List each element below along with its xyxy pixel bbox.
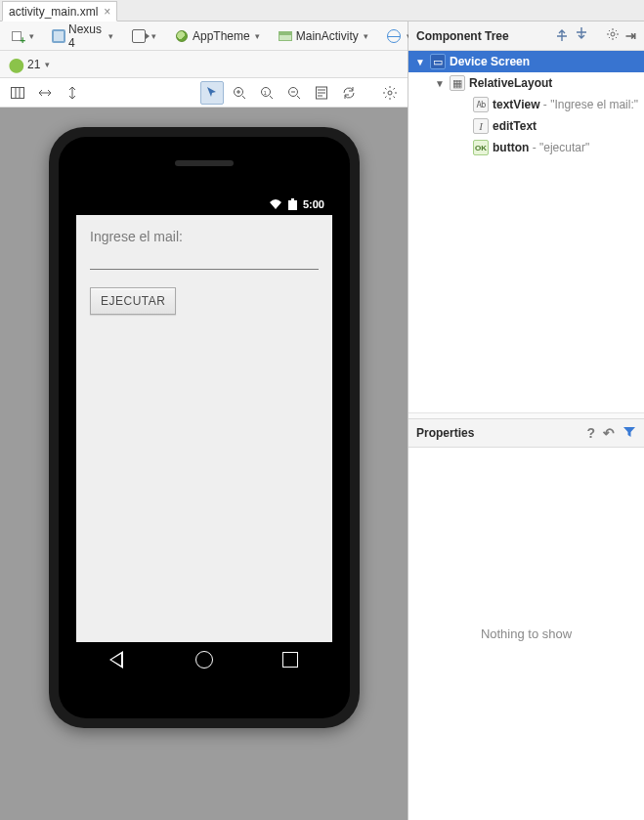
svg-point-9 [611,32,615,36]
layout-icon: ▦ [450,75,465,91]
svg-point-6 [388,91,392,95]
undo-icon[interactable]: ↶ [603,425,615,441]
theme-icon [176,30,188,42]
component-tree: ▼ ▭ Device Screen ▼ ▦ RelativeLayout Ab … [408,51,644,412]
activity-selector[interactable]: MainActivity [273,24,373,48]
tree-label: button [493,141,529,154]
properties-empty-label: Nothing to show [481,626,572,641]
textview-icon: Ab [473,97,489,112]
hide-panel-icon[interactable]: ⇥ [625,28,636,43]
orientation-selector[interactable] [126,24,161,48]
svg-rect-0 [12,87,24,98]
properties-header: Properties ? ↶ [408,418,644,448]
nav-recents-icon [282,652,298,668]
design-view-tools: 1 [0,78,408,108]
globe-icon [387,29,401,43]
theme-selector[interactable]: AppTheme [169,24,265,48]
expand-toggle-icon[interactable]: ▼ [434,78,446,89]
component-tree-header: Component Tree ⇥ [408,22,644,51]
tree-label: editText [493,119,537,133]
tree-hint: - "ejecutar" [529,141,589,154]
device-icon: ▭ [430,54,446,69]
api-label: 21 [27,58,40,71]
android-icon: ⬤ [9,57,24,72]
viewport-mode-button[interactable] [6,81,29,105]
device-speaker [175,160,234,166]
tree-node-relativelayout[interactable]: ▼ ▦ RelativeLayout [408,72,644,94]
phone-icon [52,29,65,43]
design-canvas[interactable]: 5:00 Ingrese el mail: EJECUTAR [0,108,408,820]
device-navbar [76,642,332,677]
device-label: Nexus 4 [68,22,104,50]
properties-title: Properties [416,426,474,440]
refresh-button[interactable] [337,81,361,105]
properties-body: Nothing to show [408,448,644,820]
expand-vert-button[interactable] [61,81,84,105]
zoom-out-button[interactable] [282,81,306,105]
help-icon[interactable]: ? [586,425,595,441]
tree-label: Device Screen [450,55,530,68]
battery-icon [288,198,297,210]
tree-label: textView [493,98,539,111]
tree-node-textview[interactable]: Ab textView - "Ingrese el mail:" [408,94,644,115]
button-icon: OK [473,140,489,155]
activity-icon [279,31,292,41]
file-tab-label: activity_main.xml [9,5,98,19]
device-selector[interactable]: Nexus 4 [47,24,118,48]
theme-label: AppTheme [193,29,250,43]
layout-preview-button[interactable] [310,81,333,105]
edittext-preview[interactable] [90,248,319,270]
app-content: Ingrese el mail: EJECUTAR [76,215,332,642]
design-config-toolbar: Nexus 4 AppTheme MainActivity [0,22,408,51]
collapse-all-icon[interactable] [575,27,588,44]
textview-preview[interactable]: Ingrese el mail: [90,229,319,244]
editor-tabs: activity_main.xml × [0,0,644,22]
file-tab-activity-main[interactable]: activity_main.xml × [2,1,117,22]
zoom-reset-button[interactable]: 1 [255,81,279,105]
new-config-button[interactable] [4,24,39,48]
svg-rect-8 [291,198,294,200]
select-mode-button[interactable] [200,81,224,105]
tree-hint: - "Ingrese el mail:" [539,98,638,111]
tree-settings-icon[interactable] [606,27,620,44]
device-screen: 5:00 Ingrese el mail: EJECUTAR [76,194,332,642]
expand-all-icon[interactable] [555,27,569,44]
orientation-icon [132,29,146,43]
device-frame: 5:00 Ingrese el mail: EJECUTAR [49,127,360,728]
svg-rect-7 [288,200,297,210]
edittext-icon: I [473,118,489,134]
wifi-icon [269,198,282,210]
activity-label: MainActivity [296,29,359,43]
tree-node-device-screen[interactable]: ▼ ▭ Device Screen [408,51,644,72]
design-api-toolbar: ⬤ 21 [0,51,408,78]
expand-toggle-icon[interactable]: ▼ [414,57,426,67]
nav-home-icon [195,651,213,669]
close-icon[interactable]: × [104,5,110,19]
expand-horiz-button[interactable] [33,81,57,105]
component-tree-title: Component Tree [416,29,509,43]
settings-gear-button[interactable] [378,81,402,105]
tree-label: RelativeLayout [469,76,552,90]
filter-icon[interactable] [623,425,636,442]
button-preview[interactable]: EJECUTAR [90,287,176,315]
nav-back-icon [111,651,126,669]
tree-node-edittext[interactable]: I editText [408,115,644,137]
status-time: 5:00 [303,198,324,210]
status-bar: 5:00 [76,194,332,215]
tree-node-button[interactable]: OK button - "ejecutar" [408,137,644,158]
svg-text:1: 1 [264,89,268,95]
zoom-fit-button[interactable] [228,81,251,105]
api-level-selector[interactable]: ⬤ 21 [4,53,55,76]
